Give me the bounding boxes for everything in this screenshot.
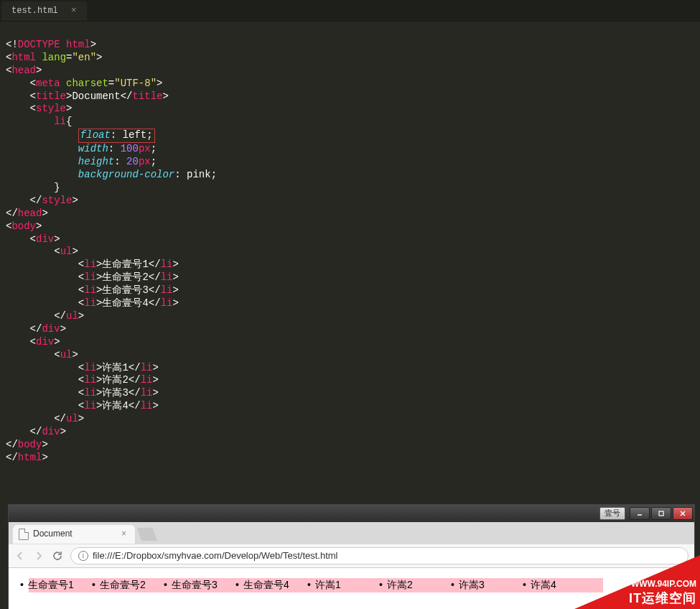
site-info-icon[interactable]: i <box>78 551 88 561</box>
list-item: 许嵩3 <box>459 578 531 592</box>
reload-button[interactable] <box>52 550 63 562</box>
url-text: file:///E:/Dropbox/smyhvae.com/Develop/W… <box>93 550 338 562</box>
titlebar-badge: 壹号 <box>599 507 625 520</box>
browser-tab-label: Document <box>33 529 73 539</box>
close-icon[interactable]: × <box>121 529 126 539</box>
watermark-text: IT运维空间 <box>629 590 696 607</box>
new-tab-button[interactable] <box>137 528 158 541</box>
forward-button[interactable] <box>33 550 45 562</box>
list-item: 生命壹号4 <box>244 578 316 592</box>
list-item: 许嵩2 <box>388 578 459 592</box>
list-item: 生命壹号2 <box>101 578 172 592</box>
browser-titlebar: 壹号 <box>9 505 694 522</box>
svg-rect-1 <box>659 511 663 516</box>
list-item: 生命壹号1 <box>29 578 101 592</box>
close-window-button[interactable] <box>673 507 693 520</box>
browser-tab-document[interactable]: Document × <box>13 525 135 544</box>
file-tab-test-html[interactable]: test.html × <box>1 1 87 21</box>
close-icon[interactable]: × <box>71 5 77 17</box>
page-icon <box>19 529 29 540</box>
watermark-url: WWW.94IP.COM <box>631 579 696 590</box>
editor-tab-bar: test.html × <box>0 0 700 22</box>
browser-tab-strip: Document × <box>9 522 694 544</box>
list-item: 许嵩1 <box>316 578 388 592</box>
watermark: WWW.94IP.COM IT运维空间 <box>574 555 700 609</box>
back-button[interactable] <box>14 550 26 562</box>
maximize-button[interactable] <box>651 507 671 520</box>
list-item: 生命壹号3 <box>172 578 244 592</box>
minimize-button[interactable] <box>630 507 650 520</box>
highlighted-css-rule: float: left; <box>78 129 155 143</box>
code-editor[interactable]: <!DOCTYPE html> <html lang="en"> <head> … <box>0 22 700 469</box>
file-tab-label: test.html <box>11 6 58 17</box>
